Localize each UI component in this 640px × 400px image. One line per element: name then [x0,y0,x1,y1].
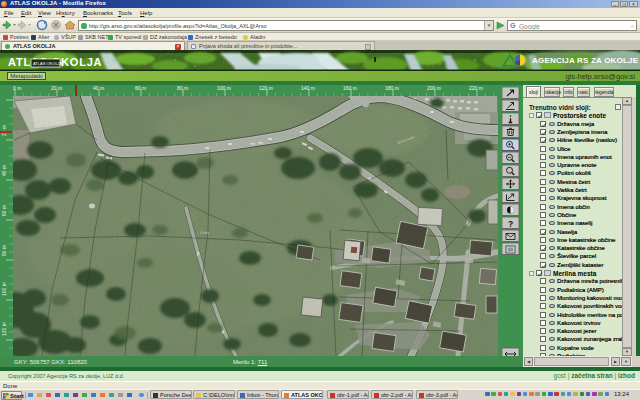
svg-text:180 m: 180 m [385,85,399,91]
svg-text:0 m: 0 m [13,85,21,91]
svg-text:120 m: 120 m [259,85,273,91]
svg-text:60 m: 60 m [1,205,7,216]
svg-text:40 m: 40 m [1,165,7,176]
svg-text:40 m: 40 m [93,85,104,91]
svg-text:20 m: 20 m [51,85,62,91]
svg-text:100 m: 100 m [217,85,231,91]
svg-text:AGENCIJA RS ZA OKOLJE: AGENCIJA RS ZA OKOLJE [532,56,639,65]
svg-text:220 m: 220 m [469,85,483,91]
svg-text:100 m: 100 m [1,282,7,296]
svg-text:?: ? [508,219,513,229]
svg-text:80 m: 80 m [1,245,7,256]
svg-text:80 m: 80 m [177,85,188,91]
svg-text:160 m: 160 m [343,85,357,91]
svg-text:200 m: 200 m [427,85,441,91]
svg-text:140 m: 140 m [301,85,315,91]
svg-text:120 m: 120 m [1,322,7,336]
svg-text:20 m: 20 m [1,125,7,136]
svg-text:60 m: 60 m [135,85,146,91]
svg-text:ATLAS OKOLJA: ATLAS OKOLJA [33,61,63,66]
